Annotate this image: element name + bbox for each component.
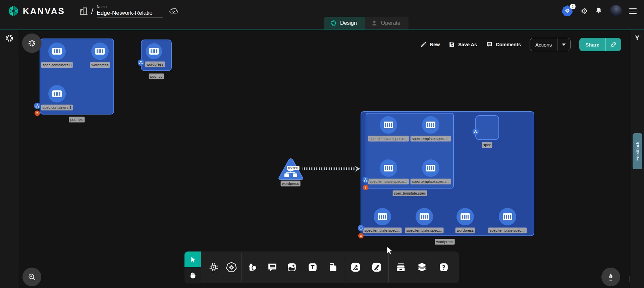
- pointer-arrow-icon: [189, 256, 197, 263]
- tool-image[interactable]: [284, 257, 299, 277]
- design-action-bar: New Save As Comments Actions: [420, 38, 621, 51]
- design-name-label: Name: [97, 5, 163, 9]
- caret-down-icon: [562, 44, 566, 46]
- pod-network-badge-icon[interactable]: [363, 177, 369, 183]
- container-node[interactable]: [48, 43, 66, 60]
- node-label: wordpress: [145, 62, 165, 67]
- new-button[interactable]: New: [420, 41, 440, 48]
- tool-pencil[interactable]: [369, 257, 384, 277]
- kanvas-logo[interactable]: KANVAS: [7, 5, 65, 17]
- question-mark-icon: ?: [439, 262, 449, 272]
- user-avatar[interactable]: [610, 5, 622, 17]
- container-node[interactable]: [48, 85, 66, 102]
- actions-dropdown-button[interactable]: [557, 38, 570, 51]
- container-icon: [95, 48, 105, 55]
- floppy-icon: [448, 41, 455, 48]
- actions-button[interactable]: Actions: [530, 38, 557, 51]
- container-node[interactable]: [499, 208, 516, 225]
- dock-toolbar: ☸ T: [184, 251, 459, 283]
- tool-select[interactable]: [184, 251, 201, 267]
- organization-building-icon[interactable]: [79, 7, 88, 15]
- node-label: spec.template.spec.s...: [368, 136, 409, 142]
- error-count-badge[interactable]: 3: [358, 233, 364, 238]
- pod-network-badge-icon[interactable]: [138, 60, 144, 66]
- design-name-field[interactable]: Name: [97, 5, 163, 17]
- cloud-saved-icon: [169, 7, 179, 15]
- container-node[interactable]: [416, 208, 433, 225]
- node-spec[interactable]: [475, 115, 499, 140]
- share-button[interactable]: Share: [579, 38, 606, 51]
- container-icon: [384, 165, 393, 171]
- container-icon: [426, 122, 435, 128]
- save-as-button[interactable]: Save As: [448, 41, 477, 48]
- node-label: spec.template.spec.s...: [411, 136, 451, 142]
- merge-y-icon[interactable]: Y: [630, 34, 644, 42]
- text-icon: T: [308, 262, 318, 272]
- notifications-bell-icon[interactable]: [595, 6, 602, 16]
- container-node[interactable]: [380, 116, 397, 134]
- container-icon: [384, 122, 393, 128]
- tool-kubernetes[interactable]: ☸: [224, 257, 239, 277]
- share-split-button: Share: [579, 38, 621, 51]
- node-label: spec.template.spec....: [488, 228, 527, 233]
- left-rail: [0, 30, 19, 288]
- meshery-spinner-icon[interactable]: [5, 34, 13, 44]
- pencil-scribble-icon: [371, 262, 382, 273]
- tool-shapes[interactable]: [245, 257, 260, 277]
- settings-gear-icon[interactable]: ⚙: [581, 7, 588, 16]
- svg-text:T: T: [311, 264, 315, 271]
- tool-drawer[interactable]: [393, 257, 408, 277]
- container-node[interactable]: [91, 43, 109, 60]
- pod-network-badge-icon[interactable]: [473, 129, 479, 135]
- tool-pan[interactable]: [184, 267, 201, 283]
- brand-wordmark: KANVAS: [23, 6, 65, 16]
- configure-flower-button[interactable]: [22, 33, 42, 53]
- deployment-badge-icon[interactable]: [358, 225, 364, 231]
- container-icon: [149, 48, 159, 55]
- kanvas-app: KANVAS / Name: [0, 0, 644, 288]
- edge-port-label[interactable]: 80/TCP: [287, 166, 300, 170]
- tool-comment[interactable]: [265, 257, 280, 277]
- operate-person-icon: [371, 20, 378, 26]
- kubernetes-context-switcher[interactable]: ☸ 1: [562, 5, 573, 17]
- feedback-tab[interactable]: Feedback: [633, 133, 642, 169]
- tab-design[interactable]: Design: [324, 17, 365, 29]
- container-node[interactable]: [422, 159, 439, 177]
- save-as-label: Save As: [458, 42, 477, 47]
- tool-note[interactable]: [326, 257, 340, 277]
- copy-link-button[interactable]: [606, 38, 621, 51]
- node-label: wordpress: [281, 181, 301, 187]
- container-node[interactable]: [457, 208, 474, 225]
- tool-components[interactable]: [206, 257, 221, 277]
- toolbar-divider: [241, 253, 242, 282]
- circuit-chip-icon: [208, 262, 219, 273]
- tab-operate-label: Operate: [381, 20, 400, 26]
- tool-pen[interactable]: [348, 257, 363, 277]
- node-label: spec.template.spec.s...: [368, 179, 409, 185]
- node-label: wordpress: [90, 62, 110, 68]
- design-name-input[interactable]: [97, 9, 163, 17]
- error-count-badge[interactable]: 3: [363, 185, 368, 190]
- container-node[interactable]: [380, 159, 397, 177]
- group-spec-template-spec[interactable]: [366, 113, 454, 189]
- group-label: pod-rcc: [149, 74, 164, 79]
- pod-network-badge-icon[interactable]: [34, 103, 41, 109]
- sticky-note-icon: [328, 262, 338, 272]
- edge-line[interactable]: [303, 167, 356, 170]
- tool-layers[interactable]: [415, 257, 429, 277]
- comment-icon: [486, 41, 493, 48]
- menu-icon[interactable]: [629, 8, 637, 14]
- tab-operate[interactable]: Operate: [365, 17, 409, 29]
- comments-button[interactable]: Comments: [486, 41, 521, 48]
- zoom-button[interactable]: [22, 268, 41, 286]
- tool-help[interactable]: ?: [436, 257, 451, 277]
- magnifier-plus-icon: [28, 273, 36, 281]
- new-label: New: [430, 42, 440, 47]
- whiteboarding-button[interactable]: [601, 268, 620, 286]
- error-count-badge[interactable]: 2: [35, 111, 40, 116]
- container-node[interactable]: [374, 208, 391, 225]
- container-node[interactable]: [422, 116, 439, 134]
- tool-text[interactable]: T: [305, 257, 320, 277]
- svg-text:☸: ☸: [229, 264, 234, 271]
- container-node[interactable]: [146, 43, 162, 59]
